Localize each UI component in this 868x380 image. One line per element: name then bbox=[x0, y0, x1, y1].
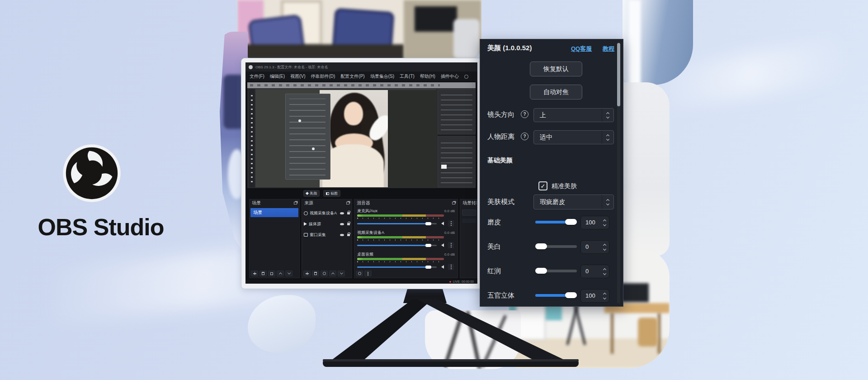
volume-slider-handle[interactable] bbox=[425, 222, 431, 225]
menu-view[interactable]: 视图(V) bbox=[290, 73, 305, 80]
visibility-eye-icon[interactable] bbox=[340, 234, 344, 236]
rosy-slider[interactable] bbox=[535, 270, 577, 272]
channel-options-button[interactable] bbox=[448, 242, 454, 248]
source-properties-button[interactable] bbox=[321, 271, 328, 276]
mixer-config-button[interactable] bbox=[356, 271, 363, 276]
visibility-eye-icon[interactable] bbox=[340, 212, 344, 214]
slider-handle[interactable] bbox=[565, 292, 577, 298]
ps-options-bar bbox=[247, 82, 476, 88]
menu-edit[interactable]: 编辑(E) bbox=[270, 73, 285, 80]
plugin-center-icon bbox=[464, 75, 468, 79]
scene-up-button[interactable] bbox=[277, 271, 284, 276]
precise-skin-checkbox[interactable]: ✓ bbox=[538, 181, 547, 190]
volume-slider[interactable] bbox=[357, 266, 437, 268]
mixer-advanced-button[interactable] bbox=[364, 271, 372, 276]
smoothing-spinbox[interactable]: 100 bbox=[580, 216, 609, 229]
popout-icon[interactable] bbox=[346, 202, 349, 204]
rosy-value: 0 bbox=[585, 268, 589, 275]
facial-3d-slider[interactable] bbox=[535, 294, 577, 297]
qq-support-link[interactable]: QQ客服 bbox=[571, 45, 592, 53]
skin-mode-dropdown[interactable]: 瑕疵磨皮 bbox=[533, 195, 614, 209]
menu-scene-collection[interactable]: 场景集合(S) bbox=[370, 73, 394, 80]
slider-handle[interactable] bbox=[565, 219, 577, 225]
auto-focus-button[interactable]: 自动对焦 bbox=[530, 85, 582, 100]
dropdown-chevrons-icon bbox=[602, 109, 613, 122]
menu-docks[interactable]: 停靠部件(D) bbox=[311, 73, 335, 80]
spinner-arrows-icon[interactable] bbox=[604, 265, 606, 278]
source-row[interactable]: 视频采集设备A bbox=[304, 209, 350, 218]
panel-scrollbar-thumb[interactable] bbox=[617, 43, 620, 106]
beauty-quick-button[interactable]: 美颜 bbox=[303, 190, 320, 197]
obs-preview-area[interactable] bbox=[245, 81, 477, 189]
lock-icon[interactable] bbox=[347, 234, 350, 236]
lock-icon[interactable] bbox=[347, 223, 350, 225]
help-icon[interactable]: ? bbox=[521, 110, 528, 118]
spinner-arrows-icon[interactable] bbox=[604, 216, 606, 229]
background-photo-top bbox=[237, 0, 481, 60]
spinner-arrows-icon[interactable] bbox=[604, 290, 606, 302]
whitening-spinbox[interactable]: 0 bbox=[580, 240, 609, 254]
beauty-panel: 美颜 (1.0.0.52) QQ客服 教程 恢复默认 自动对焦 镜头方向 ? 上… bbox=[480, 39, 623, 307]
scene-down-button[interactable] bbox=[285, 271, 292, 276]
obs-app-icon bbox=[249, 65, 253, 69]
dropdown-chevrons-icon bbox=[602, 195, 613, 209]
menu-profile[interactable]: 配置文件(P) bbox=[340, 73, 364, 80]
scene-filters-button[interactable] bbox=[268, 271, 275, 276]
mixer-dock: 混音器 麦克风/Aux0.0 dB 视频采集设备A0.0 dB bbox=[354, 199, 458, 278]
volume-slider[interactable] bbox=[357, 245, 437, 246]
speaker-icon[interactable] bbox=[441, 222, 444, 225]
smoothing-slider[interactable] bbox=[535, 221, 577, 223]
obs-statusbar: LIVE: 00:00:00 bbox=[245, 280, 477, 284]
menu-file[interactable]: 文件(F) bbox=[250, 73, 264, 80]
speaker-icon[interactable] bbox=[441, 243, 444, 247]
mixer-dock-title: 混音器 bbox=[357, 200, 370, 206]
help-icon[interactable]: ? bbox=[521, 133, 528, 140]
ps-options-ticks bbox=[250, 84, 440, 86]
popout-icon[interactable] bbox=[294, 202, 297, 204]
live-timer: LIVE: 00:00:00 bbox=[453, 280, 474, 283]
volume-slider-handle[interactable] bbox=[425, 266, 431, 269]
facial-3d-spinbox[interactable]: 100 bbox=[580, 289, 609, 303]
window-capture-icon bbox=[304, 233, 308, 237]
restore-default-button[interactable]: 恢复默认 bbox=[530, 62, 582, 76]
menu-help[interactable]: 帮助(H) bbox=[420, 73, 435, 80]
remove-source-button[interactable] bbox=[312, 271, 319, 276]
channel-db: 0.0 dB bbox=[444, 209, 455, 213]
source-row[interactable]: 窗口采集 bbox=[304, 230, 350, 239]
volume-slider[interactable] bbox=[357, 223, 437, 224]
visibility-eye-icon[interactable] bbox=[340, 223, 344, 225]
add-scene-button[interactable] bbox=[251, 271, 258, 276]
source-up-button[interactable] bbox=[329, 271, 336, 276]
slider-handle[interactable] bbox=[535, 268, 547, 274]
sources-dock-title: 来源 bbox=[304, 200, 313, 206]
remove-scene-button[interactable] bbox=[259, 271, 267, 276]
meter-ticks bbox=[357, 261, 444, 262]
rosy-spinbox[interactable]: 0 bbox=[580, 265, 609, 278]
camera-direction-dropdown[interactable]: 上 bbox=[533, 108, 614, 122]
add-source-button[interactable] bbox=[303, 271, 311, 276]
obs-window-title: OBS 29.1.3 - 配置文件: 未命名 - 场景: 未命名 bbox=[255, 65, 328, 70]
speaker-icon[interactable] bbox=[441, 265, 444, 269]
source-row[interactable]: 媒体源 bbox=[304, 219, 350, 228]
scene-list-item-selected[interactable]: 场景 bbox=[250, 208, 298, 217]
popout-icon[interactable] bbox=[452, 202, 455, 204]
volume-row bbox=[357, 242, 455, 248]
tutorial-link[interactable]: 教程 bbox=[603, 45, 614, 53]
monitor-screen: OBS 29.1.3 - 配置文件: 未命名 - 场景: 未命名 文件(F) 编… bbox=[245, 62, 477, 284]
person-distance-dropdown[interactable]: 适中 bbox=[533, 130, 614, 144]
lock-icon[interactable] bbox=[347, 212, 350, 214]
sticker-quick-button[interactable]: 贴图 bbox=[323, 190, 340, 197]
menu-tools[interactable]: 工具(T) bbox=[400, 73, 415, 80]
live-indicator-dot bbox=[449, 281, 451, 283]
volume-slider-handle[interactable] bbox=[425, 244, 431, 247]
whitening-slider[interactable] bbox=[535, 245, 577, 248]
spinner-arrows-icon[interactable] bbox=[604, 241, 606, 253]
transition-combo[interactable] bbox=[462, 209, 476, 216]
skin-mode-label: 美肤模式 bbox=[487, 198, 514, 206]
menu-plugin-center[interactable]: 插件中心 bbox=[441, 73, 459, 80]
slider-handle[interactable] bbox=[535, 243, 547, 249]
channel-options-button[interactable] bbox=[448, 220, 454, 227]
source-down-button[interactable] bbox=[338, 271, 345, 276]
rosy-label: 红润 bbox=[487, 267, 501, 276]
channel-options-button[interactable] bbox=[448, 264, 454, 270]
